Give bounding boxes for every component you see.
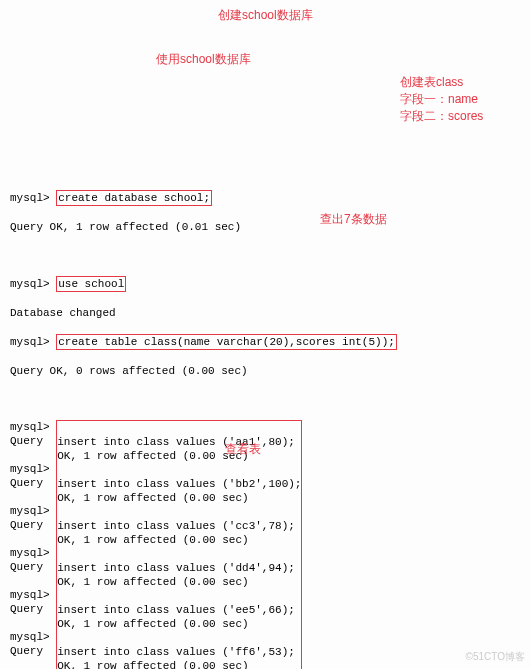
annot-field2: 字段二：scores bbox=[400, 109, 483, 123]
cmd-create-table: create table class(name varchar(20),scor… bbox=[56, 334, 397, 350]
annot-create-db: 创建school数据库 bbox=[218, 8, 313, 22]
annot-use-db: 使用school数据库 bbox=[156, 52, 251, 66]
watermark: ©51CTO博客 bbox=[466, 650, 525, 664]
prompt: mysql> bbox=[10, 278, 50, 290]
annot-select: 查看表 bbox=[225, 442, 261, 456]
response-text: Database changed bbox=[10, 306, 520, 320]
response-text: Query OK, 1 row affected (0.01 sec) bbox=[10, 220, 520, 234]
insert-block: mysql> Query mysql> Query mysql> Query m… bbox=[10, 420, 520, 669]
insert-stmt: insert into class values ('cc3',78); bbox=[57, 519, 301, 533]
insert-stmt: insert into class values ('bb2',100); bbox=[57, 477, 301, 491]
insert-statements-box: insert into class values ('aa1',80);OK, … bbox=[56, 420, 302, 669]
prompt: mysql> bbox=[10, 336, 50, 348]
prompt: mysql> bbox=[10, 192, 50, 204]
insert-stmt: insert into class values ('ff6',53); bbox=[57, 645, 301, 659]
insert-stmt: insert into class values ('aa1',80); bbox=[57, 435, 301, 449]
response-text: Query OK, 0 rows affected (0.00 sec) bbox=[10, 364, 520, 378]
annot-insert7: 查出7条数据 bbox=[320, 212, 387, 226]
terminal-output: mysql> create database school; Query OK,… bbox=[10, 176, 520, 669]
cmd-use-db: use school bbox=[56, 276, 126, 292]
cmd-create-db: create database school; bbox=[56, 190, 212, 206]
annot-create-table: 创建表class bbox=[400, 75, 463, 89]
insert-stmt: insert into class values ('ee5',66); bbox=[57, 603, 301, 617]
annot-field1: 字段一：name bbox=[400, 92, 478, 106]
insert-stmt: insert into class values ('dd4',94); bbox=[57, 561, 301, 575]
